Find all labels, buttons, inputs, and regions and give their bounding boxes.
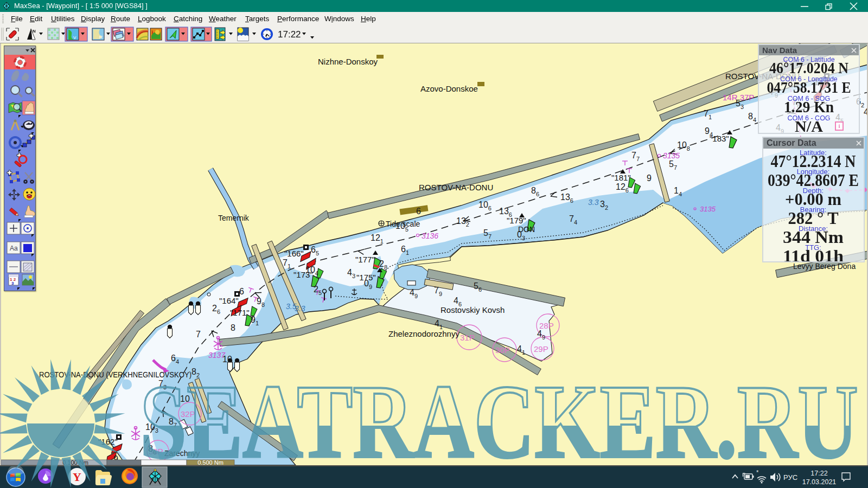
svg-text:31P: 31P — [460, 333, 475, 342]
svg-text:Zheleznodorozhnyy: Zheleznodorozhnyy — [388, 329, 459, 338]
svg-text:Azovo-Donskoe: Azovo-Donskoe — [420, 84, 478, 93]
svg-text:"183": "183" — [710, 134, 729, 143]
svg-text:"179": "179" — [507, 216, 526, 225]
svg-text:*: * — [756, 469, 759, 476]
svg-text:17:22: 17:22 — [810, 470, 827, 477]
svg-text:10: 10 — [222, 355, 232, 364]
svg-text:17.03.2021: 17.03.2021 — [802, 478, 837, 486]
svg-text:"173": "173" — [293, 270, 313, 279]
svg-text:3135: 3135 — [663, 151, 680, 160]
svg-text:Zarechnyy: Zarechnyy — [164, 449, 200, 458]
svg-text:ROSTOV-NA-DONU: ROSTOV-NA-DONU — [419, 183, 493, 192]
svg-text:DON: DON — [518, 225, 535, 234]
svg-text:ROSTOV-NA-DONU: ROSTOV-NA-DONU — [725, 72, 800, 81]
svg-text:32P: 32P — [181, 409, 195, 419]
svg-text:Y: Y — [73, 470, 81, 484]
svg-text:"162": "162" — [98, 437, 118, 446]
svg-text:3135: 3135 — [700, 205, 716, 213]
svg-text:Levyy Bereg Dona: Levyy Bereg Dona — [793, 262, 856, 271]
svg-text:"175": "175" — [356, 273, 376, 282]
svg-text:Nizhne-Donskoy: Nizhne-Donskoy — [318, 57, 378, 66]
svg-text:Rostovskiy Kovsh: Rostovskiy Kovsh — [441, 305, 505, 314]
svg-text:17:22: 17:22 — [278, 29, 301, 40]
svg-text:"164": "164" — [219, 296, 239, 305]
svg-text:ROSTOV-NA-DONU (VERKHNEGNILOVS: ROSTOV-NA-DONU (VERKHNEGNILOVSKOY) — [39, 370, 192, 379]
svg-text:3: 3 — [11, 281, 14, 286]
svg-text:"171": "171" — [230, 308, 250, 317]
svg-text:3.3: 3.3 — [295, 304, 305, 313]
svg-text:6: 6 — [416, 207, 421, 216]
svg-text:"166": "166" — [284, 249, 304, 258]
svg-text:V: V — [73, 35, 76, 40]
svg-text:9: 9 — [647, 174, 652, 183]
svg-text:6: 6 — [239, 287, 244, 296]
svg-text:РУС: РУС — [783, 473, 797, 481]
svg-text:Aa: Aa — [10, 245, 18, 252]
svg-text:R: R — [99, 35, 103, 40]
svg-text:30P: 30P — [495, 345, 510, 355]
svg-text:10: 10 — [180, 394, 190, 403]
svg-text:8: 8 — [231, 323, 235, 332]
svg-text:29P: 29P — [534, 344, 548, 354]
svg-text:"181": "181" — [611, 173, 631, 182]
svg-text:"177": "177" — [355, 255, 375, 264]
svg-text:3136: 3136 — [422, 232, 438, 240]
svg-text:Temernik: Temernik — [218, 214, 250, 222]
svg-text:7: 7 — [196, 330, 201, 339]
svg-text:"168": "168" — [812, 78, 831, 87]
svg-text:3.3: 3.3 — [588, 198, 599, 207]
svg-text:N: N — [33, 29, 36, 34]
